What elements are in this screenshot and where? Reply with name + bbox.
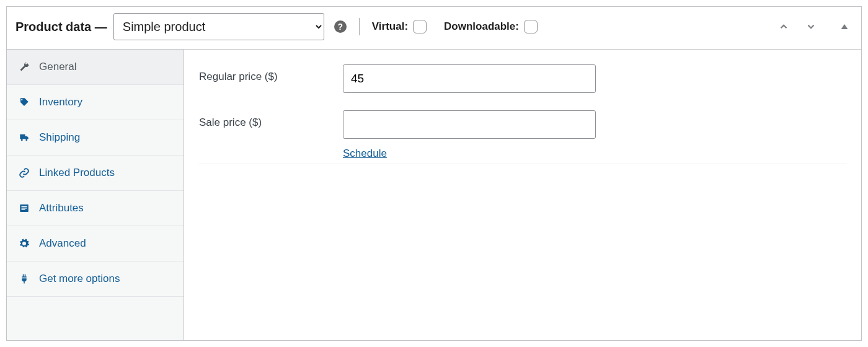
svg-rect-3 [22, 208, 27, 208]
chevron-down-icon [805, 21, 817, 32]
product-type-select[interactable]: Simple product [113, 13, 324, 40]
tab-inventory[interactable]: Inventory [7, 85, 184, 120]
collapse-button[interactable] [836, 19, 852, 35]
link-icon [18, 167, 30, 179]
tab-general[interactable]: General [7, 50, 184, 85]
tab-attributes[interactable]: Attributes [7, 191, 184, 226]
tab-label: General [39, 61, 76, 73]
tab-label: Advanced [39, 237, 86, 250]
tab-label: Get more options [39, 273, 120, 285]
help-icon[interactable]: ? [334, 20, 347, 33]
tab-label: Linked Products [39, 167, 115, 179]
regular-price-row: Regular price ($) [199, 64, 846, 93]
schedule-link[interactable]: Schedule [343, 147, 387, 160]
sale-price-row: Sale price ($) Schedule [199, 110, 846, 160]
tab-label: Attributes [39, 202, 84, 214]
regular-price-input-wrap [343, 64, 596, 93]
sale-price-input[interactable] [343, 110, 596, 139]
chevron-up-icon [778, 21, 789, 32]
panel-title: Product data — [16, 20, 107, 34]
sale-price-label: Sale price ($) [199, 110, 343, 129]
tab-shipping[interactable]: Shipping [7, 120, 184, 156]
header-separator [359, 18, 360, 35]
sale-price-input-wrap: Schedule [343, 110, 596, 160]
downloadable-toggle[interactable]: Downloadable: [444, 20, 538, 33]
product-data-panel: Product data — Simple product ? Virtual:… [6, 6, 862, 341]
panel-header: Product data — Simple product ? Virtual:… [7, 7, 861, 50]
tab-get-more-options[interactable]: Get more options [7, 261, 184, 297]
downloadable-checkbox[interactable] [524, 20, 538, 33]
tabs-sidebar: General Inventory Shipping Linked Produc… [7, 50, 184, 340]
tab-linked-products[interactable]: Linked Products [7, 156, 184, 191]
tab-label: Shipping [39, 131, 80, 144]
virtual-checkbox[interactable] [413, 20, 427, 33]
tag-icon [18, 96, 30, 108]
regular-price-input[interactable] [343, 64, 596, 93]
list-icon [18, 202, 30, 214]
regular-price-label: Regular price ($) [199, 64, 343, 83]
virtual-toggle[interactable]: Virtual: [372, 20, 427, 33]
wrench-icon [18, 61, 30, 73]
tab-content-general: Regular price ($) Sale price ($) Schedul… [184, 50, 861, 340]
panel-body: General Inventory Shipping Linked Produc… [7, 50, 861, 340]
triangle-up-icon [839, 22, 849, 32]
plug-icon [18, 273, 30, 285]
svg-rect-4 [22, 209, 25, 210]
move-up-button[interactable] [776, 19, 792, 35]
truck-icon [18, 131, 30, 144]
svg-marker-0 [841, 24, 848, 29]
svg-rect-2 [22, 206, 27, 207]
virtual-label: Virtual: [372, 20, 408, 33]
tab-label: Inventory [39, 96, 82, 108]
tab-advanced[interactable]: Advanced [7, 226, 184, 261]
move-down-button[interactable] [803, 19, 819, 35]
content-divider [199, 164, 846, 164]
downloadable-label: Downloadable: [444, 20, 519, 33]
gear-icon [18, 237, 30, 250]
